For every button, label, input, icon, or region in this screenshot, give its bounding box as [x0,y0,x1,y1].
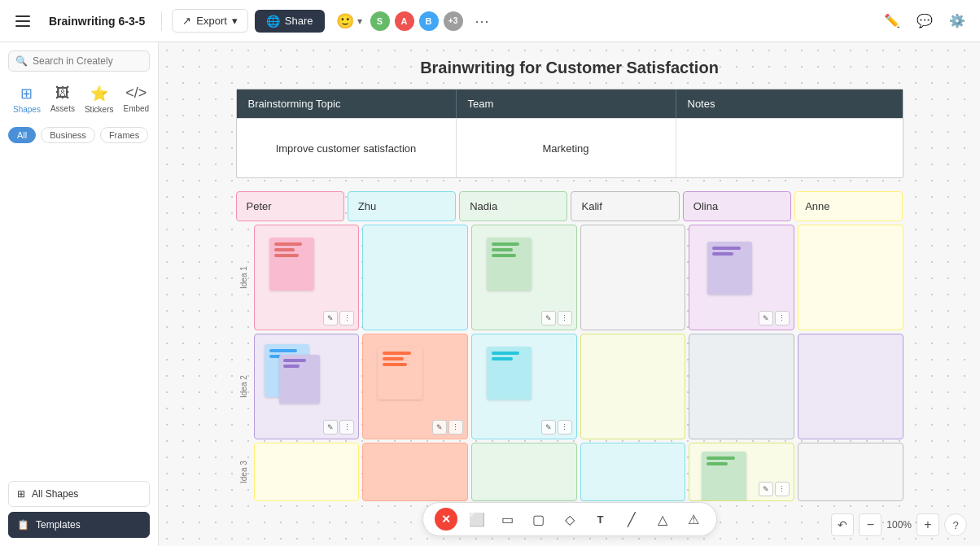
bottom-toolbar: ✕ ⬜ ▭ ▢ ◇ T ╱ △ ⚠ [422,502,717,536]
idea-cell-2-5[interactable] [689,334,794,439]
avatar-1: S [369,10,392,33]
tab-stickers[interactable]: ⭐ Stickers [80,81,119,117]
filter-business[interactable]: Business [41,127,95,143]
mini-note-2 [279,355,320,404]
td-notes [676,119,903,177]
mini-actions: ✎ ⋮ [759,311,790,325]
line-tool[interactable]: ╱ [620,508,643,531]
close-button[interactable]: ✕ [435,508,457,531]
edit-note-btn[interactable]: ✎ [541,420,556,435]
filter-all[interactable]: All [8,127,36,143]
more-options-button[interactable]: ⋯ [471,12,492,30]
divider [161,11,162,31]
menu-button[interactable] [10,8,36,34]
idea-cell-3-2[interactable] [362,443,468,501]
idea-cell-3-5[interactable]: ✎ ⋮ [689,443,794,501]
canvas-title: Brainwriting for Customer Satisfaction [420,59,719,77]
tab-embed[interactable]: </> Embed [119,81,155,117]
zoom-controls: ↶ − 100% + ? [831,513,967,536]
edit-note-btn[interactable]: ✎ [323,420,338,435]
shapes-icon: ⊞ [20,85,33,103]
collab-avatars: S A B +3 [369,10,465,33]
text-tool[interactable]: T [589,508,612,531]
idea-3-cells: ✎ ⋮ [254,443,903,501]
help-button[interactable]: ? [944,513,967,536]
idea-cell-3-6[interactable] [798,443,903,501]
warning-tool[interactable]: ⚠ [682,508,705,531]
name-nadia: Nadia [459,191,567,221]
template-icon: 📋 [17,519,29,531]
idea-row-2: Idea 2 ✎ ⋮ [236,334,903,439]
name-kalif: Kalif [571,191,679,221]
app-title: Brainwriting 6-3-5 [42,15,151,28]
triangle-tool[interactable]: △ [651,508,674,531]
more-note-btn[interactable]: ⋮ [558,311,572,325]
share-button[interactable]: 🌐 Share [255,10,325,33]
settings-icon[interactable]: ⚙️ [944,8,970,34]
idea-cell-3-3[interactable] [471,443,577,501]
filter-frames[interactable]: Frames [100,127,148,143]
mini-actions: ✎ ⋮ [432,420,463,435]
idea-cell-1-4[interactable] [580,225,686,330]
idea-cell-1-2[interactable] [362,225,468,330]
idea-cell-3-4[interactable] [580,443,686,501]
export-button[interactable]: ↗ Export ▾ [172,9,248,33]
zoom-level: 100% [886,519,912,531]
mini-note [487,347,532,400]
frame-tool[interactable]: ⬜ [466,508,488,531]
tab-shapes[interactable]: ⊞ Shapes [8,81,46,117]
idea-cell-1-6[interactable] [798,225,903,330]
idea-row-1: Idea 1 ✎ ⋮ [236,225,903,330]
table-header: Brainstorming Topic Team Notes [237,90,903,118]
name-zhu: Zhu [348,191,456,221]
mini-actions: ✎ ⋮ [541,311,572,325]
idea-cell-1-1[interactable]: ✎ ⋮ [254,225,360,330]
th-team: Team [457,90,676,118]
zoom-out-button[interactable]: − [859,513,882,536]
idea-cell-1-5[interactable]: ✎ ⋮ [689,225,794,330]
globe-icon: 🌐 [266,15,280,28]
more-note-btn[interactable]: ⋮ [775,311,790,325]
avatar-more[interactable]: +3 [442,10,465,33]
idea-cell-2-6[interactable] [798,334,903,439]
undo-button[interactable]: ↶ [831,513,854,536]
canvas-area[interactable]: Brainwriting for Customer Satisfaction B… [159,42,980,546]
topbar-right: ✏️ 💬 ⚙️ [879,8,970,34]
rect-tool[interactable]: ▭ [497,508,519,531]
idea-cell-2-1[interactable]: ✎ ⋮ [254,334,360,439]
templates-button[interactable]: 📋 Templates [8,512,150,538]
assets-icon: 🖼 [55,85,70,102]
export-icon: ↗ [182,15,191,27]
tab-assets[interactable]: 🖼 Assets [46,81,80,117]
idea-cell-2-2[interactable]: ✎ ⋮ [362,334,468,439]
edit-note-btn[interactable]: ✎ [541,311,556,325]
idea-1-label: Idea 1 [236,225,251,330]
more-note-btn[interactable]: ⋮ [339,311,354,325]
idea-cell-1-3[interactable]: ✎ ⋮ [471,225,577,330]
rounded-rect-tool[interactable]: ▢ [527,508,550,531]
name-olina: Olina [683,191,791,221]
edit-note-btn[interactable]: ✎ [323,311,338,325]
more-note-btn[interactable]: ⋮ [775,482,790,496]
edit-icon[interactable]: ✏️ [879,8,905,34]
zoom-in-button[interactable]: + [917,513,939,536]
edit-note-btn[interactable]: ✎ [759,482,773,496]
grid-icon: ⊞ [17,488,25,500]
search-input[interactable] [33,55,155,67]
stickers-icon: ⭐ [90,85,108,103]
idea-cell-3-1[interactable] [254,443,360,501]
edit-note-btn[interactable]: ✎ [759,311,773,325]
td-topic: Improve customer satisfaction [237,119,457,177]
edit-note-btn[interactable]: ✎ [432,420,447,435]
more-note-btn[interactable]: ⋮ [558,420,572,435]
diamond-tool[interactable]: ◇ [558,508,581,531]
sidebar: 🔍 ⊞ Shapes 🖼 Assets ⭐ Stickers </> Embed… [0,42,159,546]
more-note-btn[interactable]: ⋮ [448,420,463,435]
idea-cell-2-4[interactable] [580,334,686,439]
comment-icon[interactable]: 💬 [912,8,938,34]
all-shapes-button[interactable]: ⊞ All Shapes [8,481,150,507]
more-note-btn[interactable]: ⋮ [339,420,354,435]
reaction-button[interactable]: 🙂 ▾ [336,12,362,30]
mini-actions: ✎ ⋮ [759,482,790,496]
idea-cell-2-3[interactable]: ✎ ⋮ [471,334,577,439]
